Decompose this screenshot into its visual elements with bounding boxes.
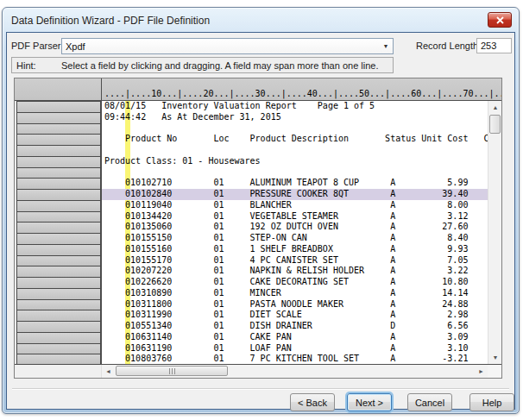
row-selector-cell[interactable] [16, 134, 101, 145]
cancel-button-label: Cancel [415, 398, 444, 408]
row-selector-cell[interactable] [16, 112, 101, 123]
scroll-down-button[interactable]: ▼ [488, 351, 502, 364]
row-selector-cell[interactable] [16, 123, 101, 135]
help-button[interactable]: Help [469, 393, 514, 411]
h-scrollbar-grip-icon [172, 368, 173, 374]
vertical-scrollbar-thumb[interactable] [489, 115, 501, 134]
wizard-dialog: Data Definition Wizard - PDF File Defini… [2, 7, 520, 414]
scrollbar-corner [488, 365, 501, 378]
report-text: 08/01/15 Inventory Valuation Report Page… [102, 101, 488, 364]
hint-panel: Hint: Select a field by clicking and dra… [11, 57, 394, 73]
row-selector-cell[interactable] [16, 266, 101, 277]
column-ruler: ....|....10...|....20...|....30...|....4… [104, 89, 501, 99]
close-button[interactable] [488, 12, 512, 28]
titlebar[interactable]: Data Definition Wizard - PDF File Defini… [3, 8, 519, 32]
window-title: Data Definition Wizard - PDF File Defini… [11, 15, 210, 27]
scroll-up-button[interactable]: ▲ [488, 101, 502, 114]
scroll-up-icon: ▲ [493, 104, 499, 110]
hint-text: Select a field by clicking and dragging.… [61, 60, 379, 71]
row-selector-cell[interactable] [16, 299, 101, 310]
scroll-down-icon: ▼ [493, 354, 499, 360]
separator [12, 388, 509, 390]
row-selector-cell[interactable] [16, 321, 101, 332]
close-icon [496, 16, 504, 24]
scroll-right-button[interactable]: ► [475, 365, 488, 378]
h-scrollbar-grip-icon [169, 368, 170, 374]
pdf-preview-text[interactable]: 08/01/15 Inventory Valuation Report Page… [102, 101, 488, 364]
ruler-row: ....|....10...|....20...|....30...|....4… [15, 78, 501, 101]
row-selector-cell[interactable] [16, 200, 101, 211]
back-button[interactable]: < Back [290, 393, 335, 411]
scrollbar-spacer [15, 365, 102, 378]
row-selector-cell[interactable] [16, 167, 101, 179]
row-selector-cell[interactable] [16, 343, 101, 354]
cancel-button[interactable]: Cancel [407, 393, 452, 411]
record-length-input[interactable]: 253 [476, 38, 512, 53]
horizontal-scrollbar-track[interactable] [115, 365, 475, 378]
row-selector-cell[interactable] [16, 178, 101, 189]
pdf-preview-panel: ....|....10...|....20...|....30...|....4… [14, 78, 502, 379]
pdf-parser-label: PDF Parser [11, 41, 60, 51]
record-length-label: Record Length [416, 41, 478, 51]
row-selector-cell[interactable] [16, 189, 101, 200]
row-selector-cell[interactable] [16, 354, 101, 365]
row-selector-column [15, 101, 102, 364]
row-selector-cell[interactable] [16, 233, 101, 244]
row-selector-cell[interactable] [16, 145, 101, 156]
hint-label: Hint: [12, 60, 61, 71]
row-selector-cell[interactable] [16, 332, 101, 343]
h-scrollbar-grip-icon [174, 368, 175, 374]
row-selector-cell[interactable] [16, 288, 101, 299]
row-selector-cell[interactable] [16, 101, 101, 112]
record-length-value: 253 [481, 41, 496, 51]
dialog-content: PDF Parser Xpdf ▼ Record Length 253 Hint… [6, 32, 515, 410]
help-button-label: Help [482, 398, 502, 408]
row-selector-cell[interactable] [16, 277, 101, 288]
pdf-parser-select[interactable]: Xpdf ▼ [61, 38, 394, 54]
next-button[interactable]: Next > [347, 393, 392, 411]
row-selector-cell[interactable] [16, 222, 101, 233]
scroll-left-button[interactable]: ◄ [102, 365, 115, 378]
horizontal-scrollbar-thumb[interactable] [116, 366, 228, 376]
pdf-parser-value: Xpdf [62, 41, 379, 52]
scroll-right-icon: ► [478, 368, 484, 374]
row-selector-cell[interactable] [16, 211, 101, 223]
chevron-down-icon: ▼ [379, 43, 393, 49]
row-selector-cell[interactable] [16, 244, 101, 255]
row-selector-cell[interactable] [16, 255, 101, 266]
back-button-label: < Back [298, 398, 327, 408]
scroll-left-icon: ◄ [105, 368, 111, 374]
row-selector-cell[interactable] [16, 156, 101, 167]
row-selector-cell[interactable] [16, 310, 101, 321]
vertical-scrollbar[interactable]: ▲ ▼ [488, 101, 501, 364]
next-button-label: Next > [356, 398, 383, 408]
horizontal-scrollbar[interactable]: ◄ ► [15, 365, 501, 378]
